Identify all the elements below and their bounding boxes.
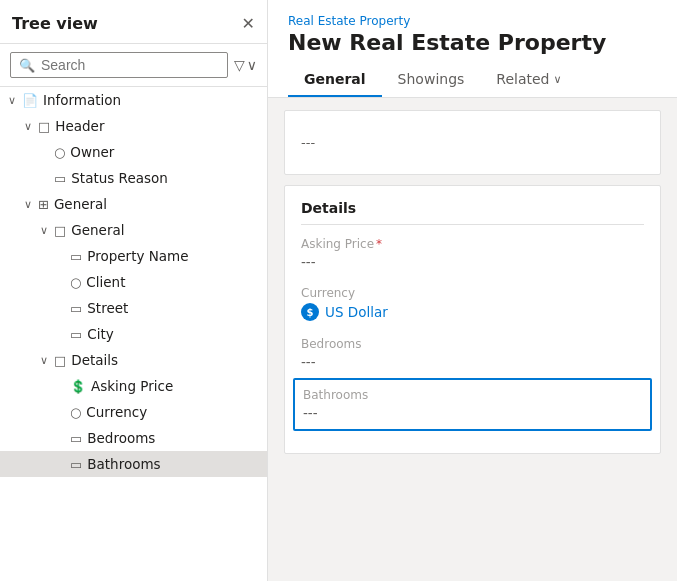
node-label-bathrooms: Bathrooms xyxy=(87,456,160,472)
node-label-city: City xyxy=(87,326,113,342)
details-section-title: Details xyxy=(301,200,644,225)
node-icon-details-section: □ xyxy=(54,353,66,368)
field-group-asking-price: Asking Price--- xyxy=(301,237,644,270)
node-icon-owner: ○ xyxy=(54,145,65,160)
field-label-bathrooms: Bathrooms xyxy=(303,388,642,402)
node-icon-header: □ xyxy=(38,119,50,134)
record-title: New Real Estate Property xyxy=(288,30,657,55)
field-label-asking-price: Asking Price xyxy=(301,237,644,251)
node-icon-asking-price: 💲 xyxy=(70,379,86,394)
chevron-down-icon: ∨ xyxy=(554,73,562,86)
field-label-currency: Currency xyxy=(301,286,644,300)
close-icon[interactable]: ✕ xyxy=(242,14,255,33)
node-icon-general-section: ⊞ xyxy=(38,197,49,212)
node-icon-city: ▭ xyxy=(70,327,82,342)
tree-item-currency[interactable]: ○Currency xyxy=(0,399,267,425)
main-content: --- Details Asking Price---Currency$US D… xyxy=(268,98,677,581)
tree-item-city[interactable]: ▭City xyxy=(0,321,267,347)
field-value-asking-price: --- xyxy=(301,254,644,270)
caret-icon: ∨ xyxy=(40,224,54,237)
node-label-owner: Owner xyxy=(70,144,114,160)
field-value-bathrooms: --- xyxy=(303,405,642,421)
tab-related-label: Related xyxy=(496,71,549,87)
tree-item-bathrooms[interactable]: ▭Bathrooms xyxy=(0,451,267,477)
filter-icon: ▽ xyxy=(234,57,245,73)
node-label-asking-price: Asking Price xyxy=(91,378,173,394)
caret-icon: ∨ xyxy=(8,94,22,107)
tab-showings[interactable]: Showings xyxy=(382,63,481,97)
tree-item-owner[interactable]: ○Owner xyxy=(0,139,267,165)
field-value-bedrooms: --- xyxy=(301,354,644,370)
currency-icon: $ xyxy=(301,303,319,321)
details-fields: Asking Price---Currency$US DollarBedroom… xyxy=(301,237,644,431)
node-icon-currency: ○ xyxy=(70,405,81,420)
tree-body: ∨📄Information∨□Header○Owner▭Status Reaso… xyxy=(0,87,267,581)
tree-item-asking-price[interactable]: 💲Asking Price xyxy=(0,373,267,399)
tree-item-status-reason[interactable]: ▭Status Reason xyxy=(0,165,267,191)
search-bar: 🔍 ▽ ∨ xyxy=(0,44,267,87)
node-label-general-sub: General xyxy=(71,222,124,238)
node-icon-information: 📄 xyxy=(22,93,38,108)
filter-icon-wrap[interactable]: ▽ ∨ xyxy=(234,57,257,73)
field-group-currency: Currency$US Dollar xyxy=(301,286,644,321)
node-label-details-section: Details xyxy=(71,352,118,368)
node-label-general-section: General xyxy=(54,196,107,212)
node-label-status-reason: Status Reason xyxy=(71,170,168,186)
caret-icon: ∨ xyxy=(40,354,54,367)
search-icon: 🔍 xyxy=(19,58,35,73)
tree-item-details-section[interactable]: ∨□Details xyxy=(0,347,267,373)
node-label-information: Information xyxy=(43,92,121,108)
field-label-bedrooms: Bedrooms xyxy=(301,337,644,351)
node-label-client: Client xyxy=(86,274,125,290)
node-label-header: Header xyxy=(55,118,104,134)
field-group-bathrooms: Bathrooms--- xyxy=(293,378,652,431)
top-card-placeholder: --- xyxy=(301,125,644,160)
node-icon-street: ▭ xyxy=(70,301,82,316)
caret-icon: ∨ xyxy=(24,120,38,133)
field-group-bedrooms: Bedrooms--- xyxy=(301,337,644,370)
tree-header: Tree view ✕ xyxy=(0,0,267,44)
node-icon-client: ○ xyxy=(70,275,81,290)
tree-panel: Tree view ✕ 🔍 ▽ ∨ ∨📄Information∨□Header○… xyxy=(0,0,268,581)
field-value-currency: $US Dollar xyxy=(301,303,644,321)
node-icon-status-reason: ▭ xyxy=(54,171,66,186)
node-label-currency: Currency xyxy=(86,404,147,420)
tree-item-header[interactable]: ∨□Header xyxy=(0,113,267,139)
tree-item-general-sub[interactable]: ∨□General xyxy=(0,217,267,243)
top-card: --- xyxy=(284,110,661,175)
node-label-bedrooms: Bedrooms xyxy=(87,430,155,446)
tree-item-bedrooms[interactable]: ▭Bedrooms xyxy=(0,425,267,451)
tree-panel-title: Tree view xyxy=(12,14,98,33)
tab-related[interactable]: Related ∨ xyxy=(480,63,577,97)
tree-item-general-section[interactable]: ∨⊞General xyxy=(0,191,267,217)
filter-dropdown-icon: ∨ xyxy=(247,57,257,73)
tree-item-property-name[interactable]: ▭Property Name xyxy=(0,243,267,269)
tabs: General Showings Related ∨ xyxy=(288,63,657,97)
caret-icon: ∨ xyxy=(24,198,38,211)
details-card: Details Asking Price---Currency$US Dolla… xyxy=(284,185,661,454)
node-icon-bedrooms: ▭ xyxy=(70,431,82,446)
search-input-wrap[interactable]: 🔍 xyxy=(10,52,228,78)
node-label-property-name: Property Name xyxy=(87,248,188,264)
tree-item-street[interactable]: ▭Street xyxy=(0,295,267,321)
node-icon-bathrooms: ▭ xyxy=(70,457,82,472)
tree-item-client[interactable]: ○Client xyxy=(0,269,267,295)
node-label-street: Street xyxy=(87,300,128,316)
node-icon-property-name: ▭ xyxy=(70,249,82,264)
search-input[interactable] xyxy=(41,57,219,73)
tab-general[interactable]: General xyxy=(288,63,382,97)
main-header: Real Estate Property New Real Estate Pro… xyxy=(268,0,677,98)
record-type: Real Estate Property xyxy=(288,14,657,28)
node-icon-general-sub: □ xyxy=(54,223,66,238)
tree-item-information[interactable]: ∨📄Information xyxy=(0,87,267,113)
main-panel: Real Estate Property New Real Estate Pro… xyxy=(268,0,677,581)
